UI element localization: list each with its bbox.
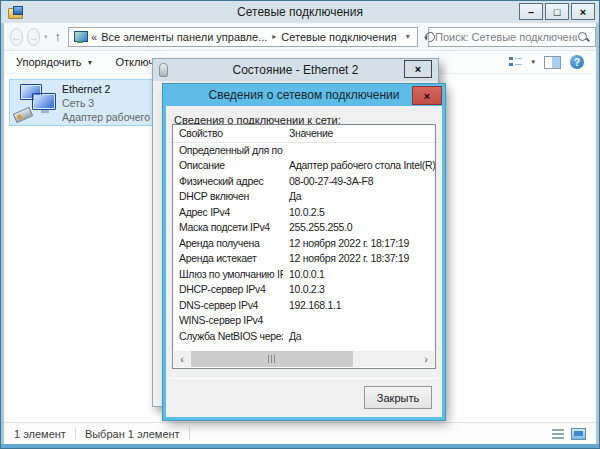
table-row[interactable]: DNS-сервер IPv4 192.168.1.1 [173,297,435,313]
connection-item-text: Ethernet 2 Сеть 3 Адаптер рабочего сто..… [62,82,156,124]
connection-item-ethernet2[interactable]: Ethernet 2 Сеть 3 Адаптер рабочего сто..… [9,79,157,126]
table-row[interactable]: Маска подсети IPv4 255.255.255.0 [173,220,435,236]
connection-name: Ethernet 2 [62,82,156,96]
table-row[interactable]: Аренда истекает 12 ноября 2022 г. 18:37:… [173,251,435,267]
up-button[interactable]: ↑ [55,29,62,44]
table-row[interactable]: Служба NetBIOS через... Да [173,328,435,344]
value-cell: 255.255.255.0 [283,220,435,236]
window-controls: – □ × [519,3,595,20]
property-cell: Физический адрес [173,173,283,189]
property-cell: Служба NetBIOS через... [173,328,283,344]
column-header-property[interactable]: Свойство [173,125,283,142]
change-view-icon[interactable] [509,56,522,68]
address-bar[interactable]: « Все элементы панели управле... ▸ Сетев… [68,27,418,47]
connection-adapter: Адаптер рабочего сто... [62,110,156,124]
help-icon[interactable]: ? [570,55,584,69]
history-dropdown-icon[interactable]: ▾ [44,33,48,41]
forward-button[interactable]: → [27,28,40,46]
organize-label: Упорядочить [16,56,81,68]
value-cell: 12 ноября 2022 г. 18:17:19 [283,235,435,251]
property-cell: Шлюз по умолчанию IP... [173,266,283,282]
items-count: 1 элемент [14,428,66,440]
property-cell: DHCP-сервер IPv4 [173,282,283,298]
back-button[interactable]: ← [10,28,23,46]
details-dialog-titlebar[interactable]: Сведения о сетевом подключении × [163,84,445,106]
network-adapter-icon [14,83,62,123]
property-cell: Аренда истекает [173,251,283,267]
value-cell [283,313,435,329]
search-box[interactable] [428,27,596,47]
scroll-right-button[interactable]: › [418,351,434,367]
value-cell: 08-00-27-49-3A-F8 [283,173,435,189]
window-frame-bottom [1,444,599,448]
close-details-button[interactable]: Закрыть [364,386,432,409]
table-header-row: Свойство Значение [173,125,435,142]
table-row[interactable]: Шлюз по умолчанию IP... 10.0.0.1 [173,266,435,282]
breadcrumb-separator-icon[interactable]: ▸ [272,32,276,41]
property-cell: Аренда получена [173,235,283,251]
view-caret-icon[interactable]: ▾ [531,58,535,66]
selected-count: Выбран 1 элемент [85,428,180,440]
statusbar-view-toggles [552,428,586,440]
status-dialog-titlebar[interactable]: Состояние - Ethernet 2 × [153,59,438,81]
statusbar-divider [75,427,76,440]
status-bar: 1 элемент Выбран 1 элемент [4,422,596,444]
table-row[interactable]: Физический адрес 08-00-27-49-3A-F8 [173,173,435,189]
property-cell: DNS-сервер IPv4 [173,297,283,313]
table-row[interactable]: WINS-сервер IPv4 [173,313,435,329]
horizontal-scrollbar[interactable]: ‹ › [174,351,434,367]
preview-pane-icon[interactable] [544,56,561,69]
close-window-button[interactable]: × [571,3,595,20]
thumbnail-view-icon[interactable] [571,428,586,440]
minimize-button[interactable]: – [519,3,543,20]
table-row[interactable]: DHCP включен Да [173,189,435,205]
scrollbar-thumb[interactable] [191,351,353,367]
address-dropdown-icon[interactable]: ▾ [397,28,419,46]
details-dialog: Сведения о сетевом подключении × Сведени… [163,84,445,420]
list-view-icon[interactable] [552,429,564,439]
value-cell [283,142,435,158]
value-cell: Да [283,328,435,344]
breadcrumb-current[interactable]: Сетевые подключения [281,31,396,43]
scrollbar-track[interactable] [190,351,418,367]
network-connections-window: Сетевые подключения – □ × ← → ▾ ↑ « Все … [0,0,600,449]
organize-caret-icon: ▼ [86,59,93,66]
breadcrumb-parent[interactable]: Все элементы панели управле... [101,31,267,43]
table-row[interactable]: Описание Адаптер рабочего стола Intel(R)… [173,158,435,174]
property-cell: DHCP включен [173,189,283,205]
property-cell: Описание [173,158,283,174]
toolbar-right-icons: ▾ ? [509,55,584,69]
table-row[interactable]: Определенный для по... [173,142,435,158]
statusbar-divider [189,427,190,440]
breadcrumb-overflow-icon[interactable]: « [91,31,97,43]
value-cell: 10.0.0.1 [283,266,435,282]
column-header-value[interactable]: Значение [283,125,435,142]
value-cell: Да [283,189,435,205]
network-location-icon [74,31,87,43]
maximize-button[interactable]: □ [545,3,569,20]
table-row[interactable]: Аренда получена 12 ноября 2022 г. 18:17:… [173,235,435,251]
details-dialog-close-button[interactable]: × [412,86,442,105]
value-cell: 10.0.2.5 [283,204,435,220]
window-titlebar[interactable]: Сетевые подключения – □ × [1,1,599,23]
table-row[interactable]: Адрес IPv4 10.0.2.5 [173,204,435,220]
search-input[interactable] [435,31,577,43]
organize-button[interactable]: Упорядочить ▼ [16,56,93,68]
value-cell: Адаптер рабочего стола Intel(R) PRO/1 [283,158,435,174]
details-dialog-title: Сведения о сетевом подключении [163,88,445,102]
window-title: Сетевые подключения [1,5,599,19]
property-cell: Маска подсети IPv4 [173,220,283,236]
table-row[interactable]: DHCP-сервер IPv4 10.0.2.3 [173,282,435,298]
status-dialog-close-button[interactable]: × [404,60,432,78]
scroll-left-button[interactable]: ‹ [174,351,190,367]
search-icon [577,31,589,43]
value-cell: 192.168.1.1 [283,297,435,313]
window-frame-right [596,23,599,448]
navigation-bar: ← → ▾ ↑ « Все элементы панели управле...… [4,23,596,51]
details-table: Свойство Значение Определенный для по... [173,125,435,344]
button-separator [170,378,438,379]
details-dialog-body: Сведения о подключении к сети: Свойство … [166,106,442,417]
connection-network: Сеть 3 [62,96,156,110]
property-cell: Адрес IPv4 [173,204,283,220]
property-cell: WINS-сервер IPv4 [173,313,283,329]
